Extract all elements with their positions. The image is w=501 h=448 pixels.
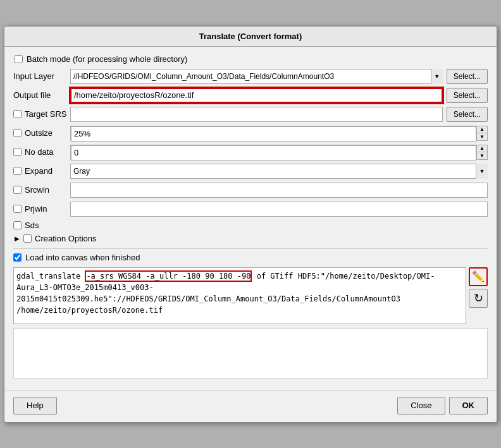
no-data-label-col: No data	[13, 147, 70, 157]
expand-combo[interactable]: Gray	[70, 164, 488, 179]
srcwin-input[interactable]	[70, 183, 488, 198]
sds-checkbox[interactable]	[13, 221, 22, 229]
input-layer-select-button[interactable]: Select...	[447, 69, 488, 84]
bottom-buttons-bar: Help Close OK	[4, 390, 497, 422]
expand-label-col: Expand	[13, 166, 70, 176]
expand-label: Expand	[25, 166, 53, 176]
no-data-spinner-buttons: ▲ ▼	[476, 145, 487, 159]
outsize-field: ▲ ▼	[70, 126, 488, 141]
target-srs-label: Target SRS	[25, 109, 66, 119]
sds-label: Sds	[25, 221, 39, 230]
output-file-label-col: Output file	[13, 90, 70, 100]
no-data-spinner: ▲ ▼	[70, 145, 488, 160]
creation-options-checkbox[interactable]	[23, 234, 32, 243]
dialog-title: Translate (Convert format)	[4, 27, 497, 47]
no-data-row: No data ▲ ▼	[13, 145, 488, 160]
no-data-up-button[interactable]: ▲	[477, 145, 487, 153]
outsize-checkbox[interactable]	[13, 129, 22, 137]
sds-row: Sds	[13, 221, 488, 230]
expand-field: Gray	[70, 164, 488, 179]
expand-select[interactable]: Gray	[70, 164, 488, 179]
input-layer-label: Input Layer	[13, 71, 54, 81]
bottom-right-buttons: Close OK	[397, 397, 488, 415]
outsize-label: Outsize	[25, 128, 53, 138]
outsize-input[interactable]	[71, 126, 476, 142]
load-canvas-checkbox[interactable]	[13, 253, 22, 262]
prjwin-checkbox[interactable]	[13, 205, 22, 213]
target-srs-input[interactable]	[70, 107, 443, 122]
input-layer-field: //HDFEOS/GRIDS/OMI_Column_Amount_O3/Data…	[70, 69, 443, 84]
output-file-input[interactable]	[70, 88, 443, 103]
no-data-label: No data	[25, 147, 54, 157]
output-file-row: Output file Select...	[13, 88, 488, 103]
outsize-up-button[interactable]: ▲	[477, 126, 487, 134]
batch-mode-checkbox[interactable]	[15, 55, 23, 63]
outsize-spinner: ▲ ▼	[70, 126, 488, 141]
expand-row: Expand Gray	[13, 164, 488, 179]
expand-checkbox[interactable]	[13, 167, 22, 175]
load-canvas-label: Load into canvas when finished	[25, 253, 140, 262]
prjwin-label-col: Prjwin	[13, 204, 70, 214]
target-srs-label-col: Target SRS	[13, 109, 70, 119]
load-canvas-row: Load into canvas when finished	[13, 253, 488, 262]
creation-options-expand-button[interactable]: ▶	[13, 234, 21, 243]
ok-button[interactable]: OK	[449, 397, 488, 415]
prjwin-input[interactable]	[70, 202, 488, 217]
srcwin-checkbox[interactable]	[13, 186, 22, 194]
no-data-field: ▲ ▼	[70, 145, 488, 160]
srcwin-row: Srcwin	[13, 183, 488, 198]
input-layer-row: Input Layer //HDFEOS/GRIDS/OMI_Column_Am…	[13, 69, 488, 84]
sds-label-col: Sds	[13, 221, 70, 230]
no-data-checkbox[interactable]	[13, 148, 22, 156]
outsize-spinner-buttons: ▲ ▼	[476, 126, 487, 140]
command-prefix: gdal_translate	[16, 272, 85, 281]
edit-command-button[interactable]: ✏️	[469, 267, 488, 286]
pencil-icon: ✏️	[472, 270, 485, 282]
batch-mode-label: Batch mode (for processing whole directo…	[27, 54, 187, 64]
output-file-label: Output file	[13, 90, 51, 100]
creation-options-row: ▶ Creation Options	[13, 234, 488, 243]
command-side-buttons: ✏️ ↻	[469, 267, 488, 308]
section-divider	[13, 248, 488, 249]
target-srs-row: Target SRS Select...	[13, 107, 488, 122]
outsize-down-button[interactable]: ▼	[477, 133, 487, 140]
empty-output-area	[13, 328, 488, 378]
command-highlighted-args: -a_srs WGS84 -a_ullr -180 90 180 -90	[85, 270, 252, 282]
target-srs-select-button[interactable]: Select...	[447, 107, 488, 122]
translate-dialog: Translate (Convert format) Batch mode (f…	[4, 26, 497, 423]
command-display: gdal_translate -a_srs WGS84 -a_ullr -180…	[13, 267, 466, 324]
help-button[interactable]: Help	[13, 397, 57, 415]
creation-options-label: Creation Options	[35, 234, 97, 243]
input-layer-combo[interactable]: //HDFEOS/GRIDS/OMI_Column_Amount_O3/Data…	[70, 69, 443, 84]
no-data-down-button[interactable]: ▼	[477, 152, 487, 159]
prjwin-row: Prjwin	[13, 202, 488, 217]
srcwin-label: Srcwin	[25, 185, 49, 195]
no-data-input[interactable]	[71, 145, 476, 160]
batch-mode-row: Batch mode (for processing whole directo…	[13, 54, 488, 64]
refresh-command-button[interactable]: ↻	[469, 289, 488, 308]
target-srs-field	[70, 107, 443, 122]
output-file-field	[70, 88, 443, 103]
command-area: gdal_translate -a_srs WGS84 -a_ullr -180…	[13, 267, 488, 324]
outsize-row: Outsize ▲ ▼	[13, 126, 488, 141]
close-button[interactable]: Close	[397, 397, 445, 415]
srcwin-field	[70, 183, 488, 198]
outsize-label-col: Outsize	[13, 128, 70, 138]
srcwin-label-col: Srcwin	[13, 185, 70, 195]
input-layer-label-col: Input Layer	[13, 71, 70, 81]
refresh-icon: ↻	[474, 291, 483, 305]
prjwin-field	[70, 202, 488, 217]
prjwin-label: Prjwin	[25, 204, 47, 214]
input-layer-select[interactable]: //HDFEOS/GRIDS/OMI_Column_Amount_O3/Data…	[70, 69, 443, 84]
output-file-select-button[interactable]: Select...	[447, 88, 488, 103]
target-srs-checkbox[interactable]	[13, 110, 22, 118]
